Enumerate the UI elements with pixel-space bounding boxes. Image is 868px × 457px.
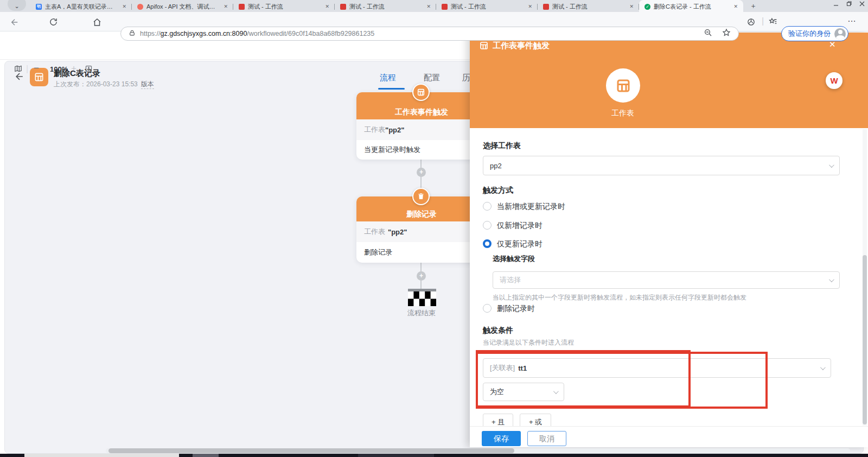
worksheet-app-icon xyxy=(30,68,48,86)
verify-identity-button[interactable]: 验证你的身份 xyxy=(781,26,848,41)
chevron-down-icon xyxy=(829,277,834,282)
browser-tab[interactable]: 明 主表A，A里有关联记录… ✕ xyxy=(30,0,132,12)
trigger-field-select[interactable]: 请选择 xyxy=(493,271,840,289)
tab-close-icon[interactable]: ✕ xyxy=(527,4,533,9)
hap-favicon-icon xyxy=(543,4,549,10)
condition-field-select[interactable]: [关联表]tt1 xyxy=(483,358,831,378)
worksheet-select[interactable]: pp2 xyxy=(483,156,840,175)
tab-close-icon[interactable]: ✕ xyxy=(732,4,739,9)
minimap-icon[interactable] xyxy=(14,65,22,75)
divider: | xyxy=(762,16,764,26)
hero-worksheet-icon xyxy=(606,68,640,103)
tab-title: Apifox - API 文档、调试… xyxy=(146,3,219,11)
back-icon[interactable] xyxy=(10,17,20,29)
panel-title: 工作表事件触发 xyxy=(493,41,550,51)
tab-title: 测试 - 工作流 xyxy=(349,3,422,11)
tab-title: 测试 - 工作流 xyxy=(552,3,625,11)
browser-tab[interactable]: 测试 - 工作流 ✕ xyxy=(436,0,538,12)
tab-close-icon[interactable]: ✕ xyxy=(222,4,229,9)
tab-title: 测试 - 工作流 xyxy=(248,3,321,11)
browser-essentials-icon[interactable] xyxy=(746,17,756,29)
save-button[interactable]: 保存 xyxy=(482,431,521,446)
radio-delete[interactable] xyxy=(483,304,492,313)
refresh-icon[interactable] xyxy=(49,17,58,29)
tab-close-icon[interactable]: ✕ xyxy=(324,4,330,9)
panel-worksheet-icon xyxy=(479,41,489,53)
tab-close-icon[interactable]: ✕ xyxy=(425,4,432,9)
add-node-button[interactable]: + xyxy=(417,168,426,177)
cancel-button[interactable]: 取消 xyxy=(527,431,566,446)
address-bar[interactable]: https://gz.gdschjsyxgs.com.cn:8090/workf… xyxy=(120,27,739,41)
radio-update-only[interactable] xyxy=(483,239,492,248)
browser-tab[interactable]: 测试 - 工作流 ✕ xyxy=(233,0,335,12)
wps-assistant-button[interactable]: W xyxy=(826,72,843,89)
zoom-in-icon[interactable]: ＋ xyxy=(69,63,78,74)
canvas-hscrollbar-thumb[interactable] xyxy=(108,448,514,453)
trigger-method-label: 触发方式 xyxy=(483,186,513,195)
browser-tab-strip: ⌄ 明 主表A，A里有关联记录… ✕ Apifox - API 文档、调试… ✕… xyxy=(0,0,868,12)
trigger-condition-desc: 当记录满足以下条件时进入流程 xyxy=(483,338,574,347)
chevron-down-icon xyxy=(829,162,834,168)
zoom-level: 100% xyxy=(50,65,68,73)
delete-node-card[interactable]: 删除记录 工作表"pp2" 删除记录 xyxy=(356,196,487,263)
taskbar-segment xyxy=(193,454,219,457)
radio-delete-label[interactable]: 删除记录时 xyxy=(497,304,535,314)
delete-node-desc: 删除记录 xyxy=(356,242,487,263)
url-text: https://gz.gdschjsyxgs.com.cn:8090/workf… xyxy=(140,30,374,37)
hap-favicon-icon xyxy=(340,4,346,10)
fit-screen-icon[interactable] xyxy=(85,65,93,75)
tab-title: 删除C表记录 - 工作流 xyxy=(654,3,729,11)
restore-window-icon[interactable] xyxy=(846,1,852,7)
favorite-star-icon[interactable] xyxy=(722,28,731,39)
trigger-condition-label: 触发条件 xyxy=(483,326,513,335)
panel-scrollbar-thumb[interactable] xyxy=(863,255,867,424)
trigger-node-worksheet: 工作表"pp2" xyxy=(356,119,487,140)
taskbar-segment xyxy=(358,454,434,457)
condition-operator-select[interactable]: 为空 xyxy=(483,383,564,401)
worksheet-trigger-icon xyxy=(412,84,430,101)
mingdao-favicon-icon: 明 xyxy=(36,4,42,10)
version-link[interactable]: 版本 xyxy=(141,80,154,89)
add-node-button[interactable]: + xyxy=(417,271,426,281)
verify-identity-label: 验证你的身份 xyxy=(788,29,831,39)
tab-flow[interactable]: 流程 xyxy=(380,73,396,83)
settings-more-icon[interactable]: … xyxy=(847,14,856,24)
lock-icon[interactable] xyxy=(129,29,136,39)
chevron-down-icon xyxy=(820,365,826,370)
tab-search-chevron-icon[interactable]: ⌄ xyxy=(8,0,26,11)
apifox-favicon-icon xyxy=(137,4,143,10)
browser-tab[interactable]: 测试 - 工作流 ✕ xyxy=(538,0,639,12)
tab-config[interactable]: 配置 xyxy=(424,73,440,83)
select-worksheet-label: 选择工作表 xyxy=(483,141,521,151)
workflow-publish-info: 上次发布：2026-03-23 15:53版本 xyxy=(54,80,154,89)
tab-close-icon[interactable]: ✕ xyxy=(121,4,127,9)
home-icon[interactable] xyxy=(92,17,102,29)
close-window-icon[interactable] xyxy=(859,1,865,7)
radio-new-or-update[interactable] xyxy=(483,202,492,211)
workflow-favicon-icon: ✓ xyxy=(644,4,650,10)
trigger-field-hint: 当以上指定的其中一个字段更新时将触发流程，如未指定则表示任何字段更新时都会触发 xyxy=(493,293,746,302)
flow-end-label: 流程结束 xyxy=(400,308,443,318)
minimize-window-icon[interactable] xyxy=(833,1,839,7)
favorites-bar-icon[interactable] xyxy=(768,17,778,29)
end-flag-icon xyxy=(408,289,436,308)
trigger-node-desc: 当更新记录时触发 xyxy=(356,140,487,160)
browser-tab[interactable]: Apifox - API 文档、调试… ✕ xyxy=(132,0,233,12)
profile-avatar[interactable] xyxy=(834,28,846,40)
browser-nav-bar: https://gz.gdschjsyxgs.com.cn:8090/workf… xyxy=(0,12,868,31)
chevron-down-icon xyxy=(553,389,559,394)
zoom-indicator-icon[interactable] xyxy=(704,28,712,39)
browser-tab[interactable]: 测试 - 工作流 ✕ xyxy=(335,0,436,12)
radio-new-or-update-label[interactable]: 当新增或更新记录时 xyxy=(497,202,565,212)
radio-new-only-label[interactable]: 仅新增记录时 xyxy=(497,221,542,231)
trigger-field-label: 选择触发字段 xyxy=(493,254,535,264)
new-tab-button[interactable]: ＋ xyxy=(750,1,757,11)
tab-close-icon[interactable]: ✕ xyxy=(628,4,635,9)
trigger-node-card[interactable]: 工作表事件触发 工作表"pp2" 当更新记录时触发 xyxy=(356,92,487,160)
hap-favicon-icon xyxy=(239,4,245,10)
hero-label: 工作表 xyxy=(585,109,661,118)
zoom-out-icon[interactable]: − xyxy=(34,63,39,74)
browser-tab-active[interactable]: ✓ 删除C表记录 - 工作流 ✕ xyxy=(639,0,743,12)
radio-update-only-label[interactable]: 仅更新记录时 xyxy=(497,239,542,249)
radio-new-only[interactable] xyxy=(483,221,492,230)
